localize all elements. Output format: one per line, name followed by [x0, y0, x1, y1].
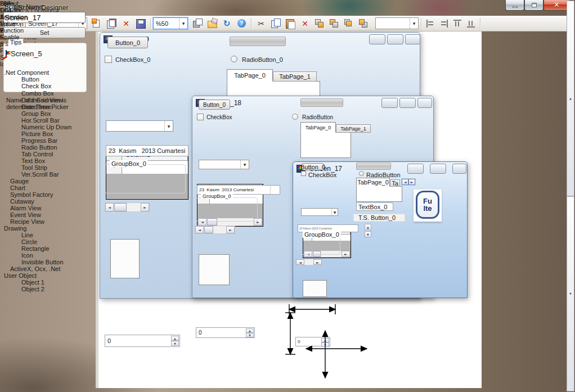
- collapse-left-panel-button[interactable]: [0, 368, 16, 382]
- combobox-control[interactable]: [106, 120, 173, 132]
- chevron-down-icon[interactable]: [240, 160, 249, 169]
- screen18-maximize-button[interactable]: [399, 98, 416, 108]
- minimize-button[interactable]: [505, 0, 524, 11]
- properties-icon[interactable]: [206, 17, 218, 30]
- groupbox-control[interactable]: GroupBox_0: [196, 197, 258, 222]
- tree-item-group-box[interactable]: Group Box: [0, 110, 71, 117]
- tree-item-radio-button[interactable]: Radio Button: [0, 144, 71, 151]
- tree-item-rectangle[interactable]: Rectangle: [0, 245, 71, 252]
- tabpage1-tab[interactable]: TabPage_1: [336, 124, 371, 133]
- align-bottom-icon[interactable]: [465, 18, 477, 29]
- tree-item-numeric-up-down[interactable]: Numeric Up Down: [0, 124, 71, 130]
- screen19-maximize-button[interactable]: [387, 34, 403, 44]
- chevron-down-icon[interactable]: [331, 209, 338, 215]
- menu-item-layout[interactable]: Layout: [0, 0, 28, 7]
- symbol-factory-pump[interactable]: [412, 224, 439, 250]
- layers-icon[interactable]: [191, 17, 204, 30]
- tree-item-cutaway[interactable]: Cutaway: [0, 198, 71, 205]
- screen19-minimize-button[interactable]: [369, 34, 385, 44]
- tree-item-activex[interactable]: ActiveX, Ocx, .Net: [0, 265, 71, 272]
- mdi-window-screen17[interactable]: Screen_17 Button_0 CheckBox RadioButton …: [293, 161, 468, 298]
- tree-item-tool-strip[interactable]: Tool Strip: [0, 164, 71, 171]
- tabpage1-tab[interactable]: TabPage_1: [273, 71, 317, 82]
- menu-item-enable[interactable]: Enable: [0, 34, 28, 40]
- radiobutton-control[interactable]: [359, 171, 364, 176]
- progressbar-control[interactable]: [356, 163, 391, 170]
- tabpage0-tab[interactable]: TabPage_0: [300, 122, 336, 133]
- menu-item-value[interactable]: Value: [0, 20, 28, 27]
- menu-item-function[interactable]: Function: [0, 27, 28, 34]
- chevron-down-icon[interactable]: [350, 225, 357, 232]
- picturebox-control[interactable]: [110, 239, 140, 278]
- datetimepicker-control[interactable]: 23 Kasım 2013 Cumartesi: [106, 145, 188, 156]
- radiobutton-control[interactable]: [231, 56, 237, 62]
- button-control[interactable]: Button_0: [199, 100, 230, 110]
- screen19-close-button[interactable]: [405, 34, 420, 44]
- scroll-right-arrow[interactable]: [141, 203, 149, 211]
- tree-item-symbol-factory[interactable]: Symbol Factory: [0, 191, 71, 198]
- checkbox-control[interactable]: [301, 171, 306, 176]
- cut-icon[interactable]: [255, 17, 267, 30]
- combobox-control[interactable]: [301, 208, 338, 216]
- numericupdown-control[interactable]: 0: [196, 327, 255, 338]
- numericupdown-control[interactable]: 0: [105, 335, 180, 347]
- tree-item-object-1[interactable]: Object 1: [0, 279, 71, 286]
- delete-screen-icon[interactable]: [120, 17, 132, 30]
- chevron-down-icon[interactable]: [179, 18, 187, 29]
- tree-item-circle[interactable]: Circle: [0, 238, 71, 245]
- tree-item-tab-control[interactable]: Tab Control: [0, 151, 71, 157]
- align-right-icon[interactable]: [438, 18, 450, 29]
- progressbar-control[interactable]: [230, 37, 286, 46]
- symbol-button-control[interactable]: Fu lte: [414, 190, 442, 222]
- copy-icon[interactable]: [269, 17, 282, 30]
- tree-item-progress-bar[interactable]: Progress Bar: [0, 137, 71, 144]
- tree-item-user-object[interactable]: User Object: [0, 272, 71, 279]
- menu-item-animation[interactable]: Animation: [0, 13, 28, 20]
- send-to-back-icon[interactable]: [328, 17, 340, 30]
- tabpage1-tab[interactable]: Ta: [390, 179, 400, 187]
- screen17-close-button[interactable]: [452, 164, 466, 174]
- screen18-close-button[interactable]: [417, 98, 432, 108]
- screen17-minimize-button[interactable]: [407, 164, 424, 174]
- screen17-canvas[interactable]: Button_0 CheckBox RadioButton TabPage_0 …: [293, 162, 467, 307]
- save-icon[interactable]: [134, 17, 147, 30]
- tree-item-button[interactable]: Button: [0, 76, 71, 83]
- progressbar-control[interactable]: [300, 98, 343, 107]
- picturebox-control[interactable]: [303, 280, 327, 297]
- tab-scroll-buttons[interactable]: [401, 178, 416, 186]
- spinner[interactable]: [246, 328, 254, 337]
- toolstrip-control[interactable]: T.S. Button_0: [353, 214, 405, 222]
- menu-item-text[interactable]: Text: [0, 7, 28, 13]
- tree-item-picture-box[interactable]: Picture Box: [0, 130, 71, 137]
- maximize-button[interactable]: [524, 0, 543, 11]
- scroll-left-arrow[interactable]: [105, 203, 114, 211]
- delete-icon[interactable]: [299, 17, 311, 30]
- paste-icon[interactable]: [284, 17, 297, 30]
- tree-item-ver-scroll-bar[interactable]: Ver.Scroll Bar: [0, 171, 71, 178]
- tree-item-event-view[interactable]: Event View: [0, 211, 71, 218]
- tree-item-hor-scroll-bar[interactable]: Hor.Scroll Bar: [0, 117, 71, 124]
- scroll-thumb[interactable]: [114, 203, 127, 211]
- tree-item-net-component[interactable]: .Net Component: [0, 69, 71, 76]
- picturebox-control[interactable]: [199, 254, 230, 285]
- spinner[interactable]: [171, 336, 179, 346]
- add-screen-icon[interactable]: [91, 17, 103, 30]
- tree-item-combo-box[interactable]: Combo Box: [0, 90, 71, 97]
- align-top-icon[interactable]: [452, 18, 463, 29]
- refresh-icon[interactable]: [221, 17, 233, 30]
- tabpage0-tab[interactable]: TabPage_0: [227, 69, 273, 82]
- send-backward-icon[interactable]: [357, 17, 370, 30]
- bring-to-front-icon[interactable]: [313, 17, 326, 30]
- tree-item-invisible-button[interactable]: Invisible Button: [0, 259, 71, 265]
- tree-item-object-2[interactable]: Object 2: [0, 286, 71, 292]
- tree-item-gauge[interactable]: Gauge: [0, 178, 71, 184]
- copy-screen-icon[interactable]: [105, 17, 118, 30]
- tree-item-date-time-picker[interactable]: Date Time Picker: [0, 103, 71, 110]
- tree-item-drawing[interactable]: Drawing: [0, 225, 71, 232]
- button-control[interactable]: Button_0: [302, 163, 324, 170]
- hscrollbar-control[interactable]: [195, 226, 235, 234]
- tree-item-data-grid-view[interactable]: Data Grid View: [0, 97, 71, 103]
- checkbox-control[interactable]: [105, 56, 112, 63]
- combobox-control[interactable]: [199, 160, 249, 169]
- help-icon[interactable]: [235, 17, 248, 30]
